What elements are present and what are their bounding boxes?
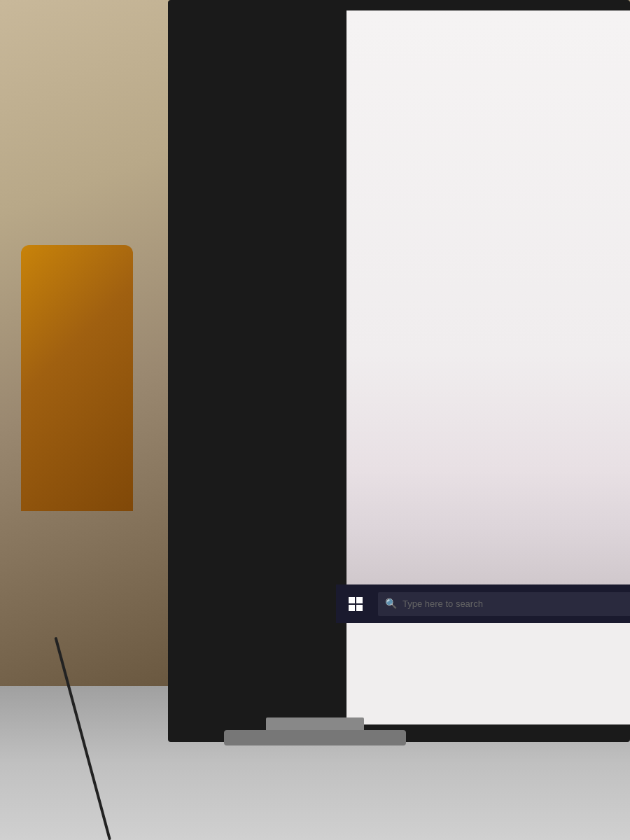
taskbar-search-bar[interactable]: 🔍 Type here to search (378, 592, 630, 616)
win-square-tl (349, 597, 355, 603)
win-square-br (356, 605, 363, 611)
start-button[interactable] (336, 584, 374, 623)
monitor-bezel: 手机号 微信 *Microsoft B I U 🔍 (168, 0, 630, 742)
win-square-bl (349, 605, 355, 611)
windows-logo-icon (349, 597, 363, 611)
monitor-base (224, 730, 406, 746)
win-square-tr (356, 597, 363, 603)
word-document[interactable] (346, 10, 630, 584)
chair (21, 245, 133, 511)
monitor-stand (266, 718, 364, 732)
search-icon: 🔍 (385, 598, 397, 610)
windows-taskbar: 🔍 Type here to search ▣ (336, 584, 630, 623)
search-placeholder-text: Type here to search (402, 598, 483, 609)
